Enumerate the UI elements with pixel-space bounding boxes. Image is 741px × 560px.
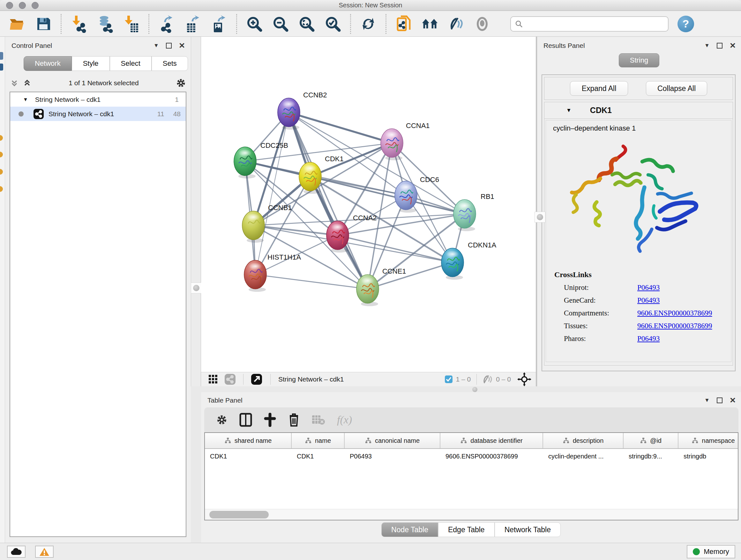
show-all-icon[interactable] bbox=[474, 15, 490, 33]
search-input[interactable] bbox=[523, 20, 664, 27]
network-canvas[interactable]: CCNB2 CCNA1 CDC25B CDK1 CDC6 bbox=[201, 37, 536, 372]
tab-select[interactable]: Select bbox=[110, 56, 151, 71]
import-network-file-icon[interactable] bbox=[71, 15, 87, 33]
network-node[interactable]: HIST1H1A bbox=[244, 253, 301, 292]
crosslink-value[interactable]: P06493 bbox=[637, 334, 660, 343]
selected-checkbox-icon[interactable] bbox=[445, 375, 453, 383]
column-header-name[interactable]: name bbox=[292, 433, 345, 448]
column-header-description[interactable]: description bbox=[543, 433, 623, 448]
zoom-fit-icon[interactable] bbox=[298, 15, 315, 33]
hide-selected-icon[interactable] bbox=[448, 15, 464, 33]
collapse-all-tree-icon[interactable] bbox=[10, 78, 19, 88]
tab-network[interactable]: Network bbox=[23, 56, 72, 71]
dock-app-icon[interactable] bbox=[0, 52, 3, 60]
network-edge[interactable] bbox=[289, 112, 392, 143]
tab-node-table[interactable]: Node Table bbox=[381, 522, 438, 537]
column-header-canonicalname[interactable]: canonical name bbox=[345, 433, 441, 448]
table-options-gear-icon[interactable] bbox=[216, 414, 228, 426]
splitter-grip[interactable] bbox=[472, 387, 477, 392]
network-edge[interactable] bbox=[289, 112, 367, 289]
first-neighbors-icon[interactable] bbox=[421, 15, 438, 33]
grid-view-icon[interactable] bbox=[207, 374, 219, 385]
apply-layout-icon[interactable] bbox=[360, 15, 377, 33]
control-panel-menu-icon[interactable]: ▼ bbox=[153, 43, 159, 49]
network-node[interactable]: CCNE1 bbox=[356, 267, 406, 306]
tab-sets[interactable]: Sets bbox=[151, 56, 188, 71]
dock-app-icon[interactable] bbox=[0, 186, 3, 192]
add-column-icon[interactable] bbox=[264, 413, 276, 427]
scrollbar-thumb[interactable] bbox=[209, 511, 269, 518]
crosslink-value[interactable]: 9606.ENSP00000378699 bbox=[637, 309, 712, 317]
results-panel-close-icon[interactable]: ✕ bbox=[730, 41, 736, 50]
tree-expander-icon[interactable]: ▼ bbox=[23, 97, 28, 103]
crosslink-value[interactable]: P06493 bbox=[637, 296, 660, 305]
import-network-database-icon[interactable] bbox=[97, 15, 113, 33]
gene-section-expander-icon[interactable]: ▼ bbox=[566, 107, 571, 114]
cloud-status-button[interactable] bbox=[7, 546, 25, 558]
network-node[interactable]: RB1 bbox=[454, 192, 494, 231]
table-row[interactable]: CDK1CDK1P064939606.ENSP00000378699cyclin… bbox=[205, 449, 738, 463]
results-panel-float-icon[interactable] bbox=[717, 43, 723, 49]
tab-network-table[interactable]: Network Table bbox=[495, 522, 561, 537]
network-edge[interactable] bbox=[253, 226, 338, 235]
table-panel-close-icon[interactable]: ✕ bbox=[730, 396, 736, 405]
delete-column-icon[interactable] bbox=[288, 413, 300, 427]
export-image-icon[interactable] bbox=[211, 15, 227, 33]
network-edge[interactable] bbox=[255, 112, 289, 274]
results-panel-menu-icon[interactable]: ▼ bbox=[704, 43, 710, 49]
expand-all-tree-icon[interactable] bbox=[22, 78, 32, 88]
column-header-namespace[interactable]: namespace bbox=[678, 433, 738, 448]
tab-edge-table[interactable]: Edge Table bbox=[438, 522, 495, 537]
dock-app-icon[interactable] bbox=[0, 135, 3, 141]
show-columns-icon[interactable] bbox=[239, 413, 252, 427]
table-panel-menu-icon[interactable]: ▼ bbox=[704, 397, 710, 403]
tab-style[interactable]: Style bbox=[72, 56, 110, 71]
network-node[interactable]: CDC6 bbox=[395, 176, 439, 212]
network-node[interactable]: CCNA1 bbox=[381, 122, 430, 160]
tab-string[interactable]: String bbox=[619, 53, 659, 67]
network-options-gear-icon[interactable] bbox=[176, 78, 186, 88]
network-edge[interactable] bbox=[367, 262, 453, 289]
network-collection-row[interactable]: ▼ String Network – cdk1 1 bbox=[10, 92, 186, 107]
clone-network-icon[interactable] bbox=[395, 15, 412, 33]
network-node[interactable]: CDC25B bbox=[234, 141, 288, 179]
open-file-icon[interactable] bbox=[9, 15, 25, 33]
column-header-id[interactable]: @id bbox=[623, 433, 678, 448]
splitter-grip[interactable] bbox=[191, 283, 202, 294]
memory-button[interactable]: Memory bbox=[687, 545, 735, 558]
zoom-out-icon[interactable] bbox=[272, 15, 289, 33]
fit-content-crosshair-icon[interactable] bbox=[517, 372, 531, 386]
zoom-in-icon[interactable] bbox=[246, 15, 263, 33]
search-field[interactable] bbox=[510, 16, 669, 32]
save-session-icon[interactable] bbox=[35, 15, 52, 33]
network-edge[interactable] bbox=[289, 112, 465, 214]
dock-app-icon[interactable] bbox=[0, 152, 3, 158]
dock-app-icon[interactable] bbox=[0, 64, 3, 71]
network-edge[interactable] bbox=[255, 274, 367, 289]
control-panel-close-icon[interactable]: ✕ bbox=[179, 41, 185, 50]
network-node[interactable]: CDKN1A bbox=[441, 241, 496, 280]
crosslink-value[interactable]: 9606.ENSP00000378699 bbox=[637, 322, 712, 330]
control-panel-float-icon[interactable] bbox=[166, 43, 172, 49]
help-button[interactable]: ? bbox=[677, 16, 694, 32]
dock-app-icon[interactable] bbox=[0, 169, 3, 175]
splitter-grip[interactable] bbox=[535, 212, 545, 223]
network-node[interactable]: CCNB2 bbox=[278, 91, 327, 130]
table-panel-float-icon[interactable] bbox=[717, 397, 723, 403]
crosslink-value[interactable]: P06493 bbox=[637, 284, 660, 292]
column-header-sharedname[interactable]: shared name bbox=[205, 433, 292, 448]
warnings-button[interactable] bbox=[35, 546, 54, 558]
network-edge[interactable] bbox=[338, 235, 453, 262]
import-table-icon[interactable] bbox=[123, 15, 139, 33]
zoom-selected-icon[interactable] bbox=[325, 15, 341, 33]
vertical-splitter-left[interactable] bbox=[191, 37, 201, 386]
open-in-window-icon[interactable] bbox=[251, 373, 263, 385]
horizontal-splitter[interactable] bbox=[201, 386, 741, 392]
expand-all-button[interactable]: Expand All bbox=[570, 81, 628, 96]
table-hscrollbar[interactable] bbox=[205, 509, 738, 520]
column-header-databaseidentifier[interactable]: database identifier bbox=[441, 433, 543, 448]
export-network-icon[interactable] bbox=[158, 15, 175, 33]
network-row[interactable]: String Network – cdk1 11 48 bbox=[10, 107, 186, 121]
collapse-all-button[interactable]: Collapse All bbox=[646, 81, 707, 96]
network-badge-gray-icon[interactable] bbox=[224, 373, 236, 385]
